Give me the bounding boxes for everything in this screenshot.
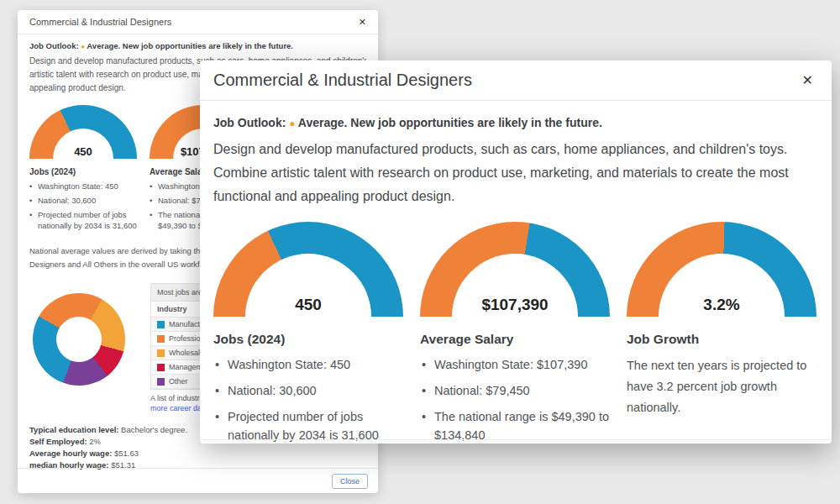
- row-label: Other: [169, 377, 188, 386]
- gauge-value: 3.2%: [627, 296, 816, 314]
- outlook-dot-icon: ●: [81, 43, 85, 50]
- description: Design and develop manufactured products…: [213, 138, 806, 208]
- footer-divider: [200, 439, 832, 440]
- close-icon[interactable]: ✕: [359, 18, 366, 27]
- jobs-list: Washington State: 450 National: 30,600 P…: [213, 355, 403, 444]
- jobs-gauge-chart: 450: [29, 105, 137, 159]
- gauge-value: 450: [29, 145, 137, 158]
- wholesale-color-chip: [157, 349, 165, 357]
- list-item: Washington State: $107,390: [420, 355, 610, 374]
- growth-text: The next ten years is projected to have …: [627, 355, 816, 418]
- section-heading: Jobs (2024): [29, 167, 141, 176]
- section-heading: Job Growth: [627, 332, 816, 347]
- dialog-footer: Close: [18, 468, 378, 493]
- growth-column: 3.2% Job Growth The next ten years is pr…: [627, 222, 816, 444]
- close-button[interactable]: Close: [332, 474, 368, 489]
- job-outlook-line: Job Outlook: ● Average. New job opportun…: [213, 116, 818, 129]
- industry-donut-chart: [33, 293, 125, 386]
- list-item: Washington State: 450: [213, 355, 403, 374]
- list-item: Washington State: 450: [29, 181, 141, 192]
- gauge-value: $107,390: [420, 296, 610, 314]
- dialog-header: Commercial & Industrial Designers ✕: [200, 60, 832, 101]
- job-outlook-label: Job Outlook:: [29, 41, 79, 50]
- list-item: The national range is $49,390 to $134,84…: [420, 407, 610, 444]
- salary-list: Washington State: $107,390 National: $79…: [420, 355, 610, 444]
- salary-column: $107,390 Average Salary Washington State…: [420, 222, 610, 444]
- list-item: Projected number of jobs nationally by 2…: [213, 407, 403, 444]
- salary-gauge-chart: $107,390: [420, 222, 610, 317]
- job-outlook-text: Average. New job opportunities are likel…: [87, 41, 293, 50]
- list-item: Projected number of jobs nationally by 2…: [29, 209, 141, 231]
- list-item: National: 30,600: [29, 195, 141, 206]
- close-icon[interactable]: ✕: [802, 74, 813, 87]
- professional-color-chip: [157, 335, 165, 343]
- job-outlook-label: Job Outlook:: [213, 116, 286, 129]
- growth-gauge-chart: 3.2%: [627, 222, 816, 317]
- dialog-title: Commercial & Industrial Designers: [213, 71, 472, 90]
- list-item: National: 30,600: [213, 381, 403, 400]
- jobs-gauge-chart: 450: [213, 222, 403, 317]
- dialog-header: Commercial & Industrial Designers ✕: [18, 10, 378, 34]
- management-color-chip: [157, 364, 165, 371]
- job-outlook-text: Average. New job opportunities are likel…: [298, 116, 602, 129]
- stats-columns: 450 Jobs (2024) Washington State: 450 Na…: [213, 222, 818, 444]
- career-dialog-large: Commercial & Industrial Designers ✕ Job …: [200, 60, 832, 444]
- jobs-column: 450 Jobs (2024) Washington State: 450 Na…: [213, 222, 403, 444]
- other-color-chip: [157, 378, 165, 386]
- info-row: Average hourly wage: $51.63: [29, 448, 366, 459]
- page: { "colors": { "blue": "#1b94c6", "orange…: [0, 0, 840, 504]
- jobs-column: 450 Jobs (2024) Washington State: 450 Na…: [29, 105, 141, 234]
- gauge-value: 450: [213, 296, 403, 314]
- manufacturing-color-chip: [157, 321, 165, 328]
- outlook-dot-icon: ●: [289, 118, 295, 129]
- jobs-list: Washington State: 450 National: 30,600 P…: [29, 181, 141, 231]
- section-heading: Jobs (2024): [213, 332, 403, 347]
- dialog-body: Job Outlook: ● Average. New job opportun…: [200, 101, 832, 444]
- dialog-title: Commercial & Industrial Designers: [29, 17, 171, 27]
- job-outlook-line: Job Outlook: ● Average. New job opportun…: [29, 41, 366, 50]
- section-heading: Average Salary: [420, 332, 610, 347]
- list-item: National: $79,450: [420, 381, 610, 400]
